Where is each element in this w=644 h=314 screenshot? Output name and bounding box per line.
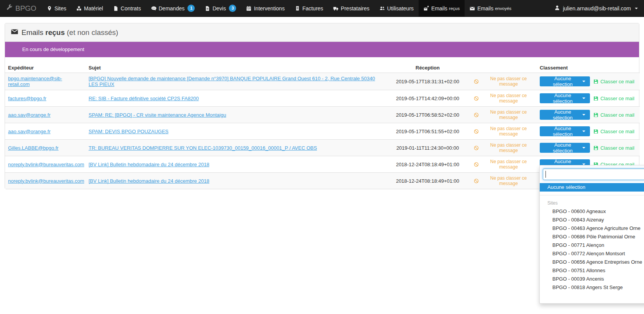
dropdown-option-bpgo-00039-ancenis[interactable]: BPGO - 00039 Ancenis xyxy=(540,275,644,283)
nav-item-interventions[interactable]: Interventions xyxy=(241,0,289,17)
classer-ce-mail-link[interactable]: Classer ce mail xyxy=(593,112,634,118)
emails-panel: Emails reçus (et non classés) En cours d… xyxy=(5,23,639,189)
nav-item-factures[interactable]: Factures xyxy=(290,0,328,17)
dropdown-option-bpgo-00463-agence-agriculture-orne[interactable]: BPGO - 00463 Agence Agriculture Orne xyxy=(540,224,644,233)
dropdown-option-bpgo-00600-agneaux[interactable]: BPGO - 00600 Agneaux xyxy=(540,207,644,216)
ban-icon xyxy=(474,129,479,134)
expediteur-link[interactable]: bpgo.maintenance@sib-retail.com xyxy=(8,76,62,87)
classer-ce-mail-link[interactable]: Classer ce mail xyxy=(593,79,634,84)
ban-icon xyxy=(474,162,479,167)
dropdown-option-bpgo-00686-pole-patrimonial-orne[interactable]: BPGO - 00686 Pôle Patrimonial Orne xyxy=(540,233,644,241)
nav-item-sites[interactable]: Sites xyxy=(42,0,71,17)
save-icon xyxy=(593,79,598,84)
user-icon xyxy=(554,5,560,12)
comment-icon xyxy=(151,6,156,11)
sujet-link[interactable]: TR: BUREAU VERITAS DOMPIERRE SUR YON ELE… xyxy=(89,145,317,151)
classement-select-button[interactable]: Aucune sélection xyxy=(540,143,590,153)
ne-pas-classer-link[interactable]: Ne pas classer ce message xyxy=(474,142,537,153)
save-icon xyxy=(593,129,598,134)
nav-item-sublabel: reçus xyxy=(449,6,460,11)
reception-timestamp: 2019-05-17T18:31:31+02:00 xyxy=(384,73,471,90)
envelope-icon xyxy=(11,28,18,37)
page-title: Emails reçus (et non classés) xyxy=(21,28,118,37)
ne-pas-classer-link[interactable]: Ne pas classer ce message xyxy=(474,93,537,104)
reception-timestamp: 2018-12-24T08:18:49+01:00 xyxy=(384,156,471,173)
classement-select-button[interactable]: Aucune sélection xyxy=(540,93,590,103)
mail-received-icon xyxy=(424,6,429,11)
classer-ce-mail-link[interactable]: Classer ce mail xyxy=(593,96,634,101)
expediteur-link[interactable]: Gilles.LABBE@bpgo.fr xyxy=(8,145,59,151)
nav-item-label: Interventions xyxy=(254,5,284,12)
reception-timestamp: 2019-01-11T11:24:30+00:00 xyxy=(384,140,471,156)
email-row: aao.sav@orange.frSPAM: DEVIS BPGO POUZAU… xyxy=(5,123,640,140)
nav-item-emails-recus[interactable]: Emailsreçus xyxy=(419,0,465,17)
nav-item-utilisateurs[interactable]: Utilisateurs xyxy=(375,0,419,17)
caret-down-icon xyxy=(635,8,638,9)
nav-item-materiel[interactable]: Matériel xyxy=(71,0,108,17)
user-email: julien.arnaud@sib-retail.com xyxy=(563,5,631,12)
classement-select-button[interactable]: Aucune sélection xyxy=(540,126,590,136)
expediteur-link[interactable]: aao.sav@orange.fr xyxy=(8,129,51,134)
select-button-label: Aucune sélection xyxy=(544,93,581,104)
sujet-link[interactable]: SPAM: RE: [BPGO] - CR visite maintenance… xyxy=(89,112,226,118)
nav-item-label: Prestataires xyxy=(341,5,370,12)
classement-dropdown: Aucune sélection Sites BPGO - 00600 Agne… xyxy=(539,165,644,304)
sujet-link[interactable]: RE: SIB - Facture définitive société CP2… xyxy=(89,96,199,101)
classement-select-button[interactable]: Aucune sélection xyxy=(540,76,590,86)
sujet-link[interactable]: [BV Link] Bulletin hebdomadaire du 24 dé… xyxy=(89,178,209,184)
ne-pas-classer-link[interactable]: Ne pas classer ce message xyxy=(474,126,537,137)
nav-item-label: Sites xyxy=(54,5,66,12)
classement-select-button[interactable]: Aucune sélection xyxy=(540,110,590,120)
expediteur-link[interactable]: noreply.bvlink@bureauveritas.com xyxy=(8,178,84,184)
reception-timestamp: 2018-12-24T08:18:49+01:00 xyxy=(384,173,471,189)
panel-header: Emails reçus (et non classés) xyxy=(5,23,639,42)
dropdown-option-bpgo-00818-angers-st-serge[interactable]: BPGO - 00818 Angers St Serge xyxy=(540,283,644,292)
email-row: factures@bpgo.frRE: SIB - Facture défini… xyxy=(5,90,640,107)
nav-item-label: Factures xyxy=(302,5,323,12)
classer-ce-mail-link[interactable]: Classer ce mail xyxy=(593,129,634,134)
select-button-label: Aucune sélection xyxy=(544,126,581,137)
brand-link[interactable]: BPGO xyxy=(0,0,42,17)
ne-pas-classer-link[interactable]: Ne pas classer ce message xyxy=(474,159,537,170)
top-navbar: BPGO SitesMatérielContratsDemandes1Devis… xyxy=(0,0,644,17)
column-header-sujet: Sujet xyxy=(85,63,384,73)
dropdown-option-bpgo-00843-aizenay[interactable]: BPGO - 00843 Aizenay xyxy=(540,216,644,224)
dropdown-search-input[interactable] xyxy=(543,169,644,180)
nav-item-emails-envoyes[interactable]: Emailsenvoyés xyxy=(465,0,516,17)
reception-timestamp: 2019-05-17T06:58:52+02:00 xyxy=(384,107,471,123)
ne-pas-classer-link[interactable]: Ne pas classer ce message xyxy=(474,109,537,120)
email-row: bpgo.maintenance@sib-retail.com[BPGO] No… xyxy=(5,73,640,90)
ban-icon xyxy=(474,96,479,101)
nav-item-label: Emails xyxy=(477,5,493,12)
classer-ce-mail-link[interactable]: Classer ce mail xyxy=(593,145,634,151)
nav-item-demandes[interactable]: Demandes1 xyxy=(146,0,200,17)
count-badge: 1 xyxy=(187,5,195,12)
ban-icon xyxy=(474,112,479,117)
file-invoice-icon xyxy=(205,6,210,11)
ne-pas-classer-link[interactable]: Ne pas classer ce message xyxy=(474,175,537,186)
expediteur-link[interactable]: noreply.bvlink@bureauveritas.com xyxy=(8,162,84,167)
navbar-right: julien.arnaud@sib-retail.com xyxy=(548,0,644,17)
caret-down-icon xyxy=(582,114,585,116)
ne-pas-classer-link[interactable]: Ne pas classer ce message xyxy=(474,76,537,87)
brand-label: BPGO xyxy=(15,4,36,13)
expediteur-link[interactable]: aao.sav@orange.fr xyxy=(8,112,51,118)
sujet-link[interactable]: [BV Link] Bulletin hebdomadaire du 24 dé… xyxy=(89,162,209,167)
nav-item-contrats[interactable]: Contrats xyxy=(108,0,146,17)
envelope-icon xyxy=(470,6,475,11)
user-menu[interactable]: julien.arnaud@sib-retail.com xyxy=(548,0,644,17)
receipt-icon xyxy=(295,6,300,11)
expediteur-link[interactable]: factures@bpgo.fr xyxy=(8,96,46,101)
sujet-link[interactable]: SPAM: DEVIS BPGO POUZAUGES xyxy=(89,129,169,134)
dropdown-option-bpgo-00772-alencon-montsort[interactable]: BPGO - 00772 Alençon Montsort xyxy=(540,250,644,258)
dropdown-option-selected[interactable]: Aucune sélection xyxy=(540,183,644,192)
dropdown-option-bpgo-00771-alencon[interactable]: BPGO - 00771 Alençon xyxy=(540,241,644,250)
dropdown-option-bpgo-00751-allonnes[interactable]: BPGO - 00751 Allonnes xyxy=(540,266,644,275)
nav-item-devis[interactable]: Devis3 xyxy=(200,0,241,17)
nav-item-prestataires[interactable]: Prestataires xyxy=(328,0,375,17)
dropdown-option-bpgo-00656-agence-entreprises-orne[interactable]: BPGO - 00656 Agence Entreprises Orne xyxy=(540,258,644,266)
save-icon xyxy=(593,96,598,101)
reception-timestamp: 2019-05-17T06:51:55+02:00 xyxy=(384,123,471,140)
reception-timestamp: 2019-05-17T14:42:09+00:00 xyxy=(384,90,471,107)
sujet-link[interactable]: [BPGO] Nouvelle demande de maintenance [… xyxy=(89,76,375,87)
